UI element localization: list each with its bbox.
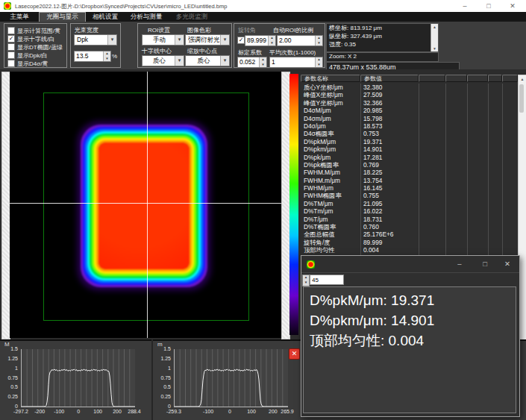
- x-tick-label: 200: [269, 409, 278, 414]
- crosshair-center-select[interactable]: 质心 ▾: [142, 55, 184, 66]
- column-header-empty[interactable]: [467, 75, 488, 82]
- table-row[interactable]: D%pkM/μm19.371: [301, 138, 518, 145]
- spinner-buttons[interactable]: ▲▼: [315, 36, 322, 46]
- spin-down-icon[interactable]: ▼: [104, 57, 110, 62]
- roi-mode-select[interactable]: 手动 ▾: [142, 34, 184, 46]
- table-row[interactable]: D4σ椭圆率0.753: [301, 130, 518, 137]
- table-header: 参数名称 参数值: [301, 75, 518, 84]
- chevron-down-icon[interactable]: ▾: [175, 35, 184, 45]
- param-value: 18.731: [363, 216, 382, 223]
- table-row[interactable]: 质心Y坐标/μm32.380: [301, 84, 518, 91]
- maximize-button[interactable]: □: [478, 0, 500, 12]
- float-window-titlebar[interactable]: – □ ✕: [301, 256, 519, 272]
- minimize-button[interactable]: –: [449, 256, 470, 272]
- scroll-up-icon[interactable]: ▲: [519, 77, 526, 81]
- chevron-down-icon[interactable]: ▾: [220, 56, 229, 66]
- measurement-result-window[interactable]: – □ ✕ ▲▼ D%pkM/μm: 19.371 D%pkm/μm: 14.9…: [301, 255, 520, 417]
- tab-main-menu[interactable]: 主菜单: [3, 12, 36, 22]
- display-option-row[interactable]: 显示DT椭圆/蓝绿: [7, 43, 63, 51]
- readout-scrollbar[interactable]: ▲ ▼: [430, 24, 438, 51]
- calibration-factor-spinner[interactable]: 0.052 ▲▼: [237, 57, 267, 68]
- display-option-row[interactable]: 显示计算范围/黄: [7, 27, 60, 34]
- maximize-button[interactable]: □: [475, 256, 495, 272]
- spinner-buttons[interactable]: ▲▼: [103, 51, 110, 61]
- rotation-checkbox[interactable]: ✓: [237, 37, 245, 44]
- chevron-down-icon[interactable]: ▾: [107, 35, 116, 45]
- table-row[interactable]: D%T椭圆率0.760: [301, 223, 518, 231]
- table-row[interactable]: FWHM.M/μm18.225: [301, 169, 518, 176]
- table-row[interactable]: FWHM/μm16.145: [301, 184, 518, 192]
- display-option-row[interactable]: 显示D4σ/黄: [7, 60, 48, 67]
- chevron-down-icon[interactable]: ▾: [220, 35, 229, 45]
- table-row[interactable]: D%pk椭圆率0.769: [301, 161, 518, 169]
- column-header-empty[interactable]: [488, 75, 502, 82]
- beam-image-display[interactable]: [10, 72, 281, 338]
- tab-multi-spot[interactable]: 多光斑监测: [169, 12, 214, 22]
- param-value: 17.281: [363, 154, 382, 161]
- spin-down-icon[interactable]: ▼: [316, 63, 322, 68]
- cursor-readout-box: 横坐标: 813.912 μm 纵坐标: 327.439 μm 强度: 0.35…: [326, 23, 439, 52]
- title-bar[interactable]: Lasecope2022.12-图片-D:\Dropbox\Synced\Pro…: [0, 0, 526, 13]
- tab-analysis-measure[interactable]: 分析与测量: [126, 12, 166, 22]
- table-row[interactable]: 峰值Y坐标/μm32.366: [301, 99, 518, 107]
- spin-down-icon[interactable]: ▼: [269, 41, 275, 46]
- column-header-empty[interactable]: [419, 75, 445, 82]
- param-name: FWHM.m/μm: [304, 177, 340, 184]
- checkbox[interactable]: [7, 27, 15, 34]
- scroll-up-icon[interactable]: ▲: [431, 25, 438, 29]
- minimize-button[interactable]: –: [454, 0, 476, 12]
- average-count-spinner[interactable]: 1 ▲▼: [269, 57, 323, 68]
- table-row[interactable]: D%TM/μm21.095: [301, 200, 518, 207]
- spin-up-icon[interactable]: ▲: [303, 275, 309, 280]
- column-header-name[interactable]: 参数名称: [301, 75, 360, 82]
- table-row[interactable]: D4σ/μm18.573: [301, 122, 518, 130]
- table-row[interactable]: 全图总幅值25.176E+6: [301, 231, 518, 238]
- table-row[interactable]: FWHM椭圆率0.755: [301, 192, 518, 199]
- spinner-buttons[interactable]: ▲▼: [268, 36, 275, 46]
- auto-roi-ratio-spinner[interactable]: 2.00 ▲▼: [277, 35, 323, 46]
- column-header-empty[interactable]: [445, 75, 467, 82]
- y-tick-label: 1: [0, 366, 18, 371]
- chevron-down-icon[interactable]: ▾: [175, 56, 184, 66]
- font-size-input[interactable]: [310, 275, 344, 285]
- checkbox[interactable]: ✓: [7, 35, 15, 43]
- table-row[interactable]: 旋转角/度89.999: [301, 239, 518, 246]
- plots-close-button[interactable]: ✕: [289, 348, 300, 360]
- scroll-down-icon[interactable]: ▼: [431, 46, 438, 51]
- beam-width-percent-spinner[interactable]: 13.5 ▲▼: [74, 51, 111, 62]
- spin-down-icon[interactable]: ▼: [316, 41, 322, 46]
- table-row[interactable]: 峰值X坐标/μm27.509: [301, 91, 518, 98]
- checkbox-label: 显示十字线/白: [17, 35, 54, 43]
- image-color-select[interactable]: 强调衍射光 ▾: [185, 34, 230, 46]
- table-row[interactable]: D4σM/μm20.985: [301, 107, 518, 114]
- checkbox[interactable]: [7, 51, 15, 59]
- scrollbar-thumb[interactable]: [519, 84, 524, 113]
- table-row[interactable]: D%T/μm18.731: [301, 216, 518, 223]
- tab-camera-settings[interactable]: 相机设置: [87, 12, 123, 22]
- font-size-spinner[interactable]: ▲▼: [302, 275, 310, 286]
- spinner-buttons[interactable]: ▲▼: [259, 57, 266, 67]
- table-row[interactable]: 顶部均匀性0.004: [301, 246, 518, 254]
- param-value: 16.022: [363, 207, 382, 215]
- display-option-row[interactable]: 显示Dpk/白: [7, 51, 47, 59]
- table-row[interactable]: D%Tm/μm16.022: [301, 207, 518, 215]
- param-value: 0.004: [363, 246, 379, 254]
- spinner-buttons[interactable]: ▲▼: [315, 57, 322, 67]
- column-header-empty[interactable]: [502, 75, 518, 82]
- close-button[interactable]: ✕: [497, 256, 518, 272]
- table-row[interactable]: D%pkm/μm14.901: [301, 145, 518, 153]
- table-row[interactable]: D%pk/μm17.281: [301, 154, 518, 161]
- checkbox[interactable]: [7, 43, 15, 51]
- column-header-value[interactable]: 参数值: [360, 75, 419, 82]
- zoom-center-select[interactable]: 质心 ▾: [185, 55, 230, 66]
- rotation-angle-spinner[interactable]: 89.999 ▲▼: [245, 35, 276, 46]
- param-value: 0.769: [363, 161, 379, 169]
- table-row[interactable]: FWHM.m/μm13.754: [301, 177, 518, 184]
- table-row[interactable]: D4σm/μm15.798: [301, 115, 518, 122]
- close-button[interactable]: ✕: [501, 0, 524, 12]
- display-option-row[interactable]: ✓显示十字线/白: [7, 35, 54, 43]
- spin-down-icon[interactable]: ▼: [260, 63, 266, 68]
- checkbox[interactable]: [7, 60, 15, 67]
- spin-down-icon[interactable]: ▼: [303, 280, 309, 286]
- beam-width-method-select[interactable]: Dpk ▾: [74, 34, 117, 46]
